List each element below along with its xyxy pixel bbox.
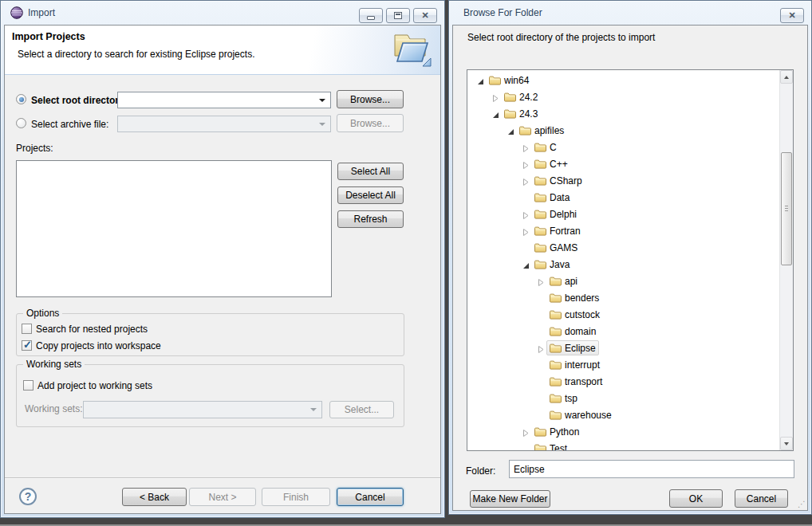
tree-item-csharp[interactable]: CSharp bbox=[467, 172, 779, 189]
help-button[interactable]: ? bbox=[19, 488, 37, 505]
tree-item-api[interactable]: api bbox=[467, 273, 779, 289]
select-root-directory-radio[interactable] bbox=[16, 94, 26, 104]
folder-name-input[interactable]: Eclipse bbox=[509, 460, 794, 478]
tree-item-tsp[interactable]: tsp bbox=[467, 390, 779, 406]
expand-icon[interactable] bbox=[522, 428, 530, 435]
tree-node[interactable]: Python bbox=[531, 424, 582, 439]
collapse-icon[interactable] bbox=[507, 127, 514, 134]
folder-name-value: Eclipse bbox=[514, 464, 545, 475]
tree-node[interactable]: cutstock bbox=[546, 307, 603, 322]
tree-item-c[interactable]: C bbox=[467, 139, 779, 155]
tree-item-c-[interactable]: C++ bbox=[467, 155, 779, 172]
tree-item-label: GAMS bbox=[550, 242, 577, 253]
expand-icon[interactable] bbox=[522, 210, 530, 218]
folder-icon bbox=[534, 259, 546, 269]
scroll-down-button[interactable] bbox=[780, 437, 793, 450]
tree-node[interactable]: domain bbox=[546, 324, 599, 339]
folder-icon bbox=[534, 175, 546, 186]
tree-node[interactable]: warehouse bbox=[546, 407, 615, 422]
tree-node[interactable]: Delphi bbox=[531, 206, 580, 222]
root-directory-combo[interactable] bbox=[117, 92, 331, 108]
tree-item-interrupt[interactable]: interrupt bbox=[467, 356, 779, 373]
folder-tree[interactable]: win6424.224.3apifilesCC++CSharpDataDelph… bbox=[467, 69, 794, 451]
scroll-up-button[interactable] bbox=[780, 70, 793, 84]
tree-scrollbar[interactable] bbox=[779, 70, 793, 450]
expand-icon[interactable] bbox=[522, 143, 530, 151]
tree-item-label: warehouse bbox=[565, 410, 612, 421]
tree-item-data[interactable]: Data bbox=[467, 189, 779, 206]
tree-item-transport[interactable]: transport bbox=[467, 373, 779, 390]
tree-item-eclipse[interactable]: Eclipse bbox=[467, 340, 779, 356]
cancel-button[interactable]: Cancel bbox=[337, 488, 404, 506]
tree-item-domain[interactable]: domain bbox=[467, 323, 779, 340]
browse-close-button[interactable]: ✕ bbox=[780, 8, 804, 23]
tree-node[interactable]: Eclipse bbox=[546, 340, 599, 355]
footer-separator bbox=[5, 477, 440, 478]
tree-node[interactable]: GAMS bbox=[531, 240, 581, 255]
tree-item-python[interactable]: Python bbox=[467, 423, 779, 440]
tree-node[interactable]: Java bbox=[531, 257, 573, 272]
tree-item-cutstock[interactable]: cutstock bbox=[467, 306, 779, 323]
tree-item-benders[interactable]: benders bbox=[467, 289, 779, 306]
search-nested-projects-checkbox[interactable] bbox=[22, 324, 32, 334]
copy-projects-checkbox[interactable] bbox=[22, 340, 32, 351]
browse-root-button[interactable]: Browse... bbox=[337, 90, 404, 108]
expand-icon[interactable] bbox=[492, 93, 499, 100]
browse-titlebar[interactable]: Browse For Folder ✕ bbox=[449, 1, 811, 25]
tree-item-gams[interactable]: GAMS bbox=[467, 239, 779, 256]
refresh-button[interactable]: Refresh bbox=[337, 210, 404, 228]
import-titlebar[interactable]: Import ✕ bbox=[1, 1, 444, 25]
tree-item-java[interactable]: Java bbox=[467, 256, 779, 273]
tree-node[interactable]: win64 bbox=[486, 73, 532, 88]
select-archive-file-radio[interactable] bbox=[16, 118, 26, 128]
tree-node[interactable]: C bbox=[531, 139, 560, 155]
tree-node[interactable]: Data bbox=[531, 190, 573, 205]
folder-icon bbox=[550, 393, 562, 403]
ok-button[interactable]: OK bbox=[669, 489, 723, 508]
wizard-banner-description: Select a directory to search for existin… bbox=[18, 49, 254, 60]
close-button[interactable]: ✕ bbox=[413, 8, 437, 23]
tree-item-24-3[interactable]: 24.3 bbox=[467, 105, 779, 122]
tree-node[interactable]: C++ bbox=[531, 156, 571, 171]
scrollbar-thumb[interactable] bbox=[781, 152, 792, 265]
tree-node[interactable]: tsp bbox=[546, 391, 581, 406]
collapse-icon[interactable] bbox=[492, 110, 499, 117]
tree-item-test[interactable]: Test bbox=[467, 440, 779, 450]
expand-icon[interactable] bbox=[538, 277, 545, 285]
folder-icon bbox=[489, 75, 501, 85]
select-all-button[interactable]: Select All bbox=[337, 163, 404, 180]
tree-item-24-2[interactable]: 24.2 bbox=[467, 88, 779, 105]
tree-item-delphi[interactable]: Delphi bbox=[467, 206, 779, 222]
minimize-button[interactable] bbox=[359, 8, 383, 23]
tree-node[interactable]: transport bbox=[546, 374, 605, 389]
tree-item-apifiles[interactable]: apifiles bbox=[467, 122, 779, 139]
deselect-all-button[interactable]: Deselect All bbox=[337, 186, 404, 204]
resize-grip-icon[interactable]: ⋰ bbox=[798, 500, 805, 508]
tree-node[interactable]: benders bbox=[546, 290, 602, 305]
back-button[interactable]: < Back bbox=[122, 488, 187, 506]
expand-icon[interactable] bbox=[522, 177, 530, 184]
browse-window-title: Browse For Folder bbox=[463, 7, 542, 18]
tree-item-fortran[interactable]: Fortran bbox=[467, 222, 779, 239]
make-new-folder-button[interactable]: Make New Folder bbox=[470, 490, 550, 508]
tree-node[interactable]: Fortran bbox=[531, 223, 584, 238]
browse-cancel-button[interactable]: Cancel bbox=[735, 489, 788, 508]
tree-node[interactable]: 24.2 bbox=[501, 89, 541, 104]
tree-node[interactable]: interrupt bbox=[546, 357, 603, 372]
projects-list[interactable] bbox=[16, 160, 332, 297]
maximize-button[interactable] bbox=[386, 8, 410, 23]
folder-icon bbox=[534, 426, 546, 437]
tree-node[interactable]: Test bbox=[531, 441, 570, 450]
tree-node[interactable]: api bbox=[546, 273, 581, 289]
tree-item-warehouse[interactable]: warehouse bbox=[467, 406, 779, 423]
collapse-icon[interactable] bbox=[522, 261, 530, 268]
expand-icon[interactable] bbox=[538, 344, 545, 351]
tree-node[interactable]: apifiles bbox=[516, 123, 567, 138]
tree-node[interactable]: CSharp bbox=[531, 173, 585, 188]
expand-icon[interactable] bbox=[522, 227, 530, 234]
add-to-working-sets-checkbox[interactable] bbox=[23, 380, 34, 391]
tree-node[interactable]: 24.3 bbox=[501, 106, 541, 121]
expand-icon[interactable] bbox=[522, 160, 530, 167]
tree-item-win64[interactable]: win64 bbox=[467, 72, 779, 88]
collapse-icon[interactable] bbox=[477, 77, 484, 84]
